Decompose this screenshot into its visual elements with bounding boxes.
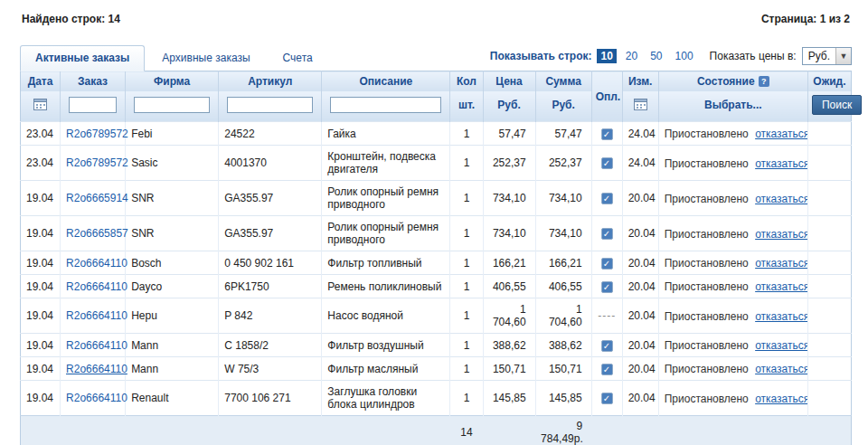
order-link[interactable]: R2o6664110 [66,280,127,293]
cancel-link[interactable]: отказаться [755,339,807,352]
wait-cell [807,381,851,416]
cancel-link[interactable]: отказаться [755,157,807,170]
order-date: 19.04 [21,381,61,416]
table-row: 19.04 R2o6664110 Dayco 6PK1750 Ремень по… [21,275,852,298]
sum: 388,62 [535,334,591,357]
state-filter-link[interactable]: Выбрать... [704,99,762,111]
totals-spacer [21,416,450,445]
orders-table: Дата Заказ Фирма Артикул Описание Кол Це… [20,71,852,445]
price: 406,55 [483,275,535,298]
state-cell: Приостановлено отказаться [658,298,807,334]
paid-checkbox[interactable] [601,157,613,169]
article: 0 450 902 161 [219,251,322,275]
wait-cell [807,216,851,251]
quantity: 1 [450,357,483,381]
firm: Hepu [126,298,219,334]
sum: 166,21 [535,251,591,275]
paid-checkbox[interactable] [601,228,613,240]
paid-checkbox[interactable] [601,340,613,352]
cancel-link[interactable]: отказаться [755,193,807,205]
col-description: Описание [322,71,450,92]
page-indicator: Страница: 1 из 2 [761,13,850,25]
cancel-link[interactable]: отказаться [755,363,807,375]
help-icon[interactable]: ? [759,76,769,87]
firm-filter-input[interactable] [134,97,210,113]
changed-date: 20.04 [622,357,658,381]
quantity: 1 [450,298,483,334]
wait-cell [807,146,851,181]
wait-cell [807,357,851,381]
paid-checkbox[interactable] [601,258,613,270]
order-date: 19.04 [21,251,61,275]
calendar-icon[interactable] [634,98,647,110]
rows-per-page-option-20[interactable]: 20 [622,49,641,63]
price: 166,21 [483,251,535,275]
col-wait: Ожид. [807,71,851,92]
order-link[interactable]: R2o6665857 [66,227,128,240]
cancel-link[interactable]: отказаться [755,128,807,140]
tab-archive-orders[interactable]: Архивные заказы [146,45,265,71]
filter-date [21,91,61,122]
state-label: Приостановлено [665,128,749,140]
order-link[interactable]: R2o6664110 [66,309,127,322]
paid-checkbox[interactable] [601,393,613,404]
order-link[interactable]: R2o6665914 [66,192,128,204]
cancel-link[interactable]: отказаться [755,280,807,293]
calendar-icon[interactable] [33,98,47,110]
paid-checkbox[interactable] [601,193,613,204]
tab-invoices[interactable]: Счета [268,45,328,71]
col-state: Состояние? [658,71,807,92]
cancel-link[interactable]: отказаться [755,228,807,241]
order-link[interactable]: R2o6664110 [66,257,127,270]
tab-active-orders[interactable]: Активные заказы [20,45,145,71]
table-row: 19.04 R2o6664110 Hepu P 842 Насос водяно… [21,298,852,334]
paid-checkbox[interactable] [601,128,613,140]
order-link[interactable]: R2o6789572 [66,128,128,140]
state-cell: Приостановлено отказаться [658,122,807,146]
qty-unit-label: шт. [450,91,483,122]
rows-per-page-option-100[interactable]: 100 [672,49,697,63]
currency-block: Показать цены в: Руб. ▼ [710,47,852,65]
state-cell: Приостановлено отказаться [658,181,807,216]
paid-checkbox[interactable] [601,281,613,293]
cancel-link[interactable]: отказаться [755,310,807,323]
article: GA355.97 [219,181,322,216]
paid-checkbox[interactable] [601,364,613,375]
state-label: Приостановлено [665,193,749,205]
firm: Sasic [126,146,219,181]
description-filter-input[interactable] [330,97,441,113]
sum: 1 704,60 [535,298,591,334]
currency-select[interactable]: Руб. ▼ [802,47,852,65]
price: 150,71 [483,357,535,381]
description: Ролик опорный ремня приводного [322,181,450,216]
order-filter-input[interactable] [69,97,117,113]
state-label: Приостановлено [665,280,749,293]
order-link[interactable]: R2o6664110 [66,363,127,375]
order-date: 19.04 [21,334,61,357]
order-date: 19.04 [21,216,61,251]
state-label: Приостановлено [665,257,749,270]
table-row: 19.04 R2o6664110 Renault 7700 106 271 За… [21,381,852,416]
order-link[interactable]: R2o6664110 [66,392,127,404]
rows-per-page-option-10[interactable]: 10 [597,49,616,63]
article: P 842 [219,298,322,334]
sum: 150,71 [535,357,591,381]
price: 388,62 [483,334,535,357]
order-date: 19.04 [21,357,61,381]
article-filter-input[interactable] [227,97,313,113]
sum: 57,47 [535,122,591,146]
cancel-link[interactable]: отказаться [755,257,807,270]
sum: 734,10 [535,216,591,251]
price: 57,47 [483,122,535,146]
cancel-link[interactable]: отказаться [755,393,807,405]
order-link[interactable]: R2o6789572 [66,156,128,169]
paid-cell [591,146,622,181]
changed-date: 20.04 [622,334,658,357]
rows-per-page-option-50[interactable]: 50 [646,49,665,63]
order-link[interactable]: R2o6664110 [66,339,127,352]
table-row: 23.04 R2o6789572 Sasic 4001370 Кронштейн… [21,146,852,181]
description: Гайка [322,122,450,146]
search-button[interactable]: Поиск [812,95,862,115]
paid-cell: ---- [591,298,622,334]
price: 734,10 [483,181,535,216]
